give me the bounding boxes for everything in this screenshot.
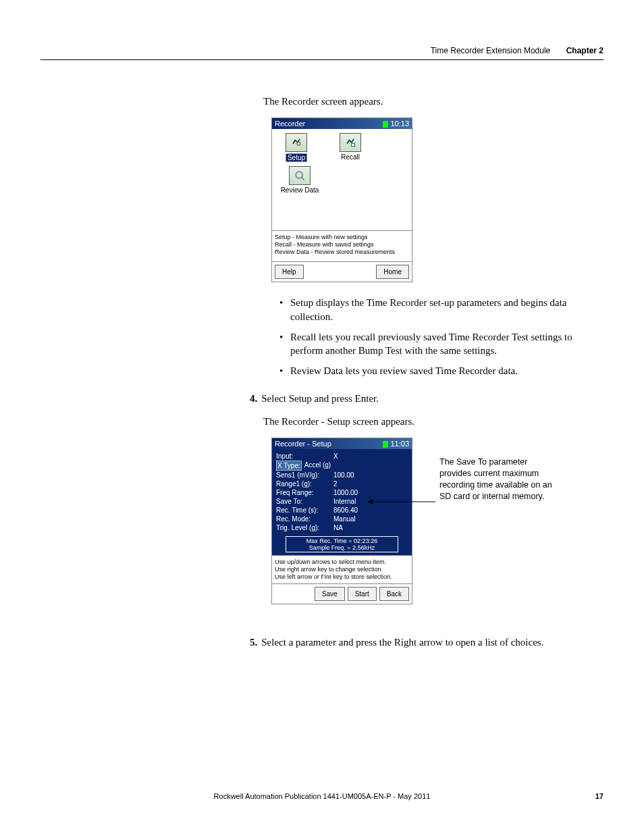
recorder-screen: Recorder 10:13 Setup Recall Review Data <box>271 118 412 282</box>
publication-info: Rockwell Automation Publication 1441-UM0… <box>214 792 431 800</box>
setup-help-area: Use up/down arrows to select menu item. … <box>272 555 412 583</box>
bullet-list: Setup displays the Time Recorder set-up … <box>279 296 601 377</box>
recall-label: Recall <box>340 153 361 161</box>
max-rec-time: Max Rec. Time = 02:23:26 <box>287 538 397 544</box>
param-label-selected[interactable]: X Type: <box>276 461 302 471</box>
bullet-item: Recall lets you recall previously saved … <box>279 330 601 358</box>
bullet-item: Setup displays the Time Recorder set-up … <box>279 296 601 323</box>
review-data-label: Review Data <box>279 186 321 194</box>
desc-line: Review Data - Review stored measurements <box>275 249 409 256</box>
recorder-setup-screen: Recorder - Setup 11:03 Input:X X Type:Ac… <box>271 438 412 604</box>
save-button[interactable]: Save <box>315 587 345 601</box>
desc-line: Setup - Measure with new settings <box>275 234 409 241</box>
intro-text: The Recorder screen appears. <box>263 95 601 108</box>
setup-label: Setup <box>286 153 307 162</box>
step4-followup: The Recorder - Setup screen appears. <box>263 415 601 428</box>
param-label: Input: <box>276 452 333 461</box>
svg-marker-4 <box>368 499 373 504</box>
param-value: 100.00 <box>333 471 408 479</box>
leader-line <box>368 498 442 505</box>
page-footer: Rockwell Automation Publication 1441-UM0… <box>0 792 644 800</box>
clock: 11:03 <box>383 440 409 448</box>
bullet-item: Review Data lets you review saved Time R… <box>279 364 601 377</box>
home-button[interactable]: Home <box>376 265 409 279</box>
param-label: Freq Range: <box>276 488 333 497</box>
battery-icon <box>383 121 388 128</box>
step-text: Select a parameter and press the Right a… <box>261 637 543 648</box>
param-value: X <box>333 452 408 461</box>
param-label: Rec. Time (s): <box>276 506 333 515</box>
step-number: 5. <box>250 637 257 648</box>
step-text: Select Setup and press Enter. <box>261 393 379 404</box>
param-label: Save To: <box>276 497 333 506</box>
param-value: 8606.40 <box>333 506 408 515</box>
window-title: Recorder - Setup <box>275 440 331 448</box>
clock: 10:13 <box>383 120 409 128</box>
review-data-icon-button[interactable]: Review Data <box>276 166 323 194</box>
param-value: 2 <box>333 479 408 488</box>
callout-text: The Save To parameter provides current m… <box>439 457 561 502</box>
param-value: NA <box>333 523 408 532</box>
recall-icon-button[interactable]: Recall <box>330 133 371 162</box>
step-5: 5.Select a parameter and press the Right… <box>250 635 601 649</box>
window-title: Recorder <box>275 120 305 128</box>
svg-rect-1 <box>352 144 355 147</box>
help-button[interactable]: Help <box>275 265 304 279</box>
param-label: Range1 (g): <box>276 479 333 488</box>
help-line: Use right arrow key to change selection. <box>275 566 409 573</box>
header-rule <box>41 59 603 60</box>
page-header: Time Recorder Extension Module Chapter 2 <box>431 46 603 55</box>
start-button[interactable]: Start <box>348 587 377 601</box>
desc-line: Recall - Measure with saved settings <box>275 241 409 249</box>
battery-icon <box>383 441 388 448</box>
param-value: 1000.00 <box>333 488 408 497</box>
param-value: Accel (g) <box>304 461 408 471</box>
param-label: Sens1 (mV/g): <box>276 471 333 479</box>
param-label: Rec. Mode: <box>276 515 333 523</box>
description-area: Setup - Measure with new settings Recall… <box>272 230 412 261</box>
header-title: Time Recorder Extension Module <box>431 46 551 55</box>
setup-info-box: Max Rec. Time = 02:23:26 Sample Freq. = … <box>286 536 398 552</box>
svg-point-0 <box>297 142 300 146</box>
sample-freq: Sample Freq. = 2.56kHz <box>287 544 397 551</box>
header-chapter: Chapter 2 <box>566 46 603 55</box>
help-line: Use up/down arrows to select menu item. <box>275 558 409 566</box>
titlebar: Recorder - Setup 11:03 <box>272 438 412 449</box>
page-number: 17 <box>595 792 603 800</box>
step-4: 4.Select Setup and press Enter. <box>250 392 601 405</box>
titlebar: Recorder 10:13 <box>272 118 412 129</box>
help-line: Use left arrow or Fire key to store sele… <box>275 573 409 581</box>
param-label: Trig. Level (g): <box>276 523 333 532</box>
step-number: 4. <box>250 393 257 404</box>
setup-icon-button[interactable]: Setup <box>276 133 317 162</box>
back-button[interactable]: Back <box>379 587 409 601</box>
param-value: Manual <box>333 515 408 523</box>
